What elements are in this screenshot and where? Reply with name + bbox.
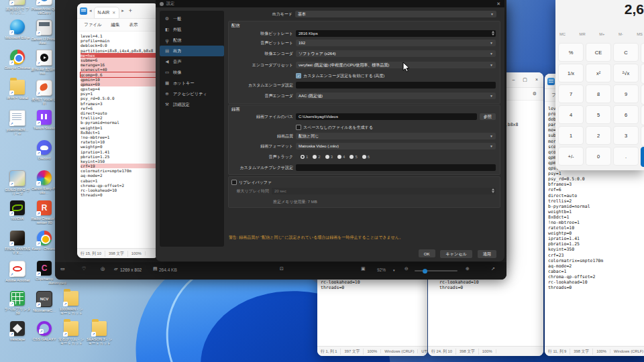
calc-key-7[interactable]: 7	[558, 84, 584, 103]
desktop-icon[interactable]: 1000MAN - ショートカット	[58, 291, 85, 315]
calc-key-1[interactable]: 1	[558, 126, 584, 145]
audio-encoder-select[interactable]: AAC (既定値) ▼	[296, 93, 496, 99]
sidebar-item-advanced[interactable]: ⚒詳細設定	[160, 99, 224, 110]
sidebar-item-broadcast[interactable]: ψ配信	[160, 35, 224, 46]
calc-key-.[interactable]: .	[613, 147, 639, 166]
output-mode-select[interactable]: 基本 ▼	[295, 11, 496, 17]
minus-button-partial[interactable]	[641, 84, 644, 105]
calc-key-3[interactable]: 3	[613, 126, 639, 145]
info-icon[interactable]: ◎	[101, 266, 105, 272]
desktop-icon[interactable]: 黒田洋介で ブリッジ…	[4, 0, 31, 15]
audio-track-radio-6[interactable]	[362, 155, 366, 159]
desktop-icon[interactable]: Canon IJ Printer Assi…	[31, 19, 58, 45]
gear-icon[interactable]: ⚙	[533, 91, 537, 97]
tab-n-air[interactable]: N-AIR ✕	[94, 7, 120, 19]
calc-key-+/-[interactable]: +/-	[558, 147, 584, 166]
plus-button-partial[interactable]	[641, 126, 644, 146]
desktop-icon[interactable]: CClipchamp	[31, 261, 58, 281]
equals-button-partial[interactable]	[641, 147, 644, 167]
desktop-icon[interactable]: Canon Easy-Photo…	[31, 170, 58, 194]
close-button[interactable]: ×	[535, 77, 538, 82]
calc-key-%[interactable]: %	[558, 43, 584, 62]
max-replay-time-input[interactable]: 20 sec	[272, 188, 496, 194]
custom-muxer-input[interactable]	[296, 164, 496, 171]
calc-key-²√x[interactable]: ²√x	[613, 64, 639, 82]
browse-button[interactable]: 参照	[480, 113, 496, 120]
memory-MC-button[interactable]: MC	[559, 32, 566, 36]
custom-encoder-settings-input[interactable]	[296, 82, 496, 88]
audio-track-radio-5[interactable]	[350, 155, 354, 159]
desktop-icon[interactable]: Microsoft Edge	[4, 19, 31, 40]
desktop-icon[interactable]: 新!N-Air 配信memo…	[31, 50, 58, 75]
audio-track-radio-3[interactable]	[325, 155, 329, 159]
multiply-button-partial[interactable]	[641, 64, 644, 84]
checkbox-unchecked-icon[interactable]	[296, 125, 301, 130]
memory-MS-button[interactable]: MS	[637, 32, 643, 36]
desktop-icon[interactable]: FINAL FANTASY X…	[4, 231, 31, 255]
desktop-icon[interactable]: Adobe Acrobat	[4, 261, 31, 282]
record-quality-select[interactable]: 配信と同じ ▼	[296, 133, 496, 139]
calc-key-C[interactable]: C	[613, 43, 639, 62]
fullscreen-icon[interactable]: ↗	[491, 266, 495, 272]
audio-track-radio-2[interactable]	[313, 155, 317, 159]
memory-M--button[interactable]: M-	[619, 32, 623, 36]
sidebar-item-audio[interactable]: ◀音声	[160, 56, 224, 67]
calc-key-9[interactable]: 9	[613, 84, 639, 103]
monitor-icon[interactable]: ▭	[60, 266, 65, 272]
audio-track-radio-1[interactable]	[301, 155, 305, 159]
spinner-arrows-icon[interactable]	[492, 31, 494, 36]
desktop-icon[interactable]: Keep - Chrome	[31, 231, 58, 251]
desktop-icon[interactable]: PosterArtist QuickCopy	[31, 0, 58, 15]
checkbox-unchecked-icon[interactable]	[231, 180, 237, 185]
calc-key-1/x[interactable]: 1/x	[558, 64, 584, 82]
cancel-button[interactable]: キャンセル	[440, 250, 472, 258]
calc-key-2[interactable]: 2	[586, 126, 611, 145]
maximize-button[interactable]: ▢	[523, 77, 527, 82]
audio-bitrate-select[interactable]: 192 ▼	[296, 40, 496, 46]
zoom-out-icon[interactable]: ⊖	[405, 266, 409, 272]
desktop-icon[interactable]: Inkscape	[4, 321, 31, 341]
desktop-icon[interactable]: 夜明け Vocal 以前	[31, 80, 58, 105]
desktop-icon[interactable]: yoakimachi… じゃ	[4, 110, 31, 135]
desktop-icon[interactable]: GUILD RPG ヴリーズ	[4, 170, 31, 196]
tab-scroll-left-icon[interactable]: ◂	[87, 8, 94, 13]
desktop-icon[interactable]: Google Chrome	[4, 50, 31, 70]
spinner-arrows-icon[interactable]	[492, 188, 494, 193]
calc-key-6[interactable]: 6	[613, 105, 639, 124]
encoder-preset-select[interactable]: veryfast (既定値) (中程度のCPU使用率、標準品質) ▼	[296, 62, 496, 68]
tab-close-icon[interactable]: ✕	[112, 10, 115, 15]
desktop-icon[interactable]: RRadio Creator Premier 80	[31, 200, 58, 225]
calc-key-8[interactable]: 8	[586, 84, 611, 103]
heart-icon[interactable]: ♡	[82, 266, 86, 272]
record-format-select[interactable]: Matroska Video (.mkv) ▼	[296, 143, 496, 149]
chevron-down-icon[interactable]: ▾	[393, 268, 395, 272]
sidebar-item-gear[interactable]: ⚙一般	[160, 13, 224, 24]
desktop-icon-label[interactable]: dummypoji	[48, 281, 79, 285]
desktop-icon[interactable]: Twitch Studio	[31, 110, 58, 130]
checkbox-checked-icon[interactable]: ✓	[296, 73, 301, 78]
sidebar-item-video[interactable]: ▭映像	[160, 67, 224, 78]
desktop-icon[interactable]: SEASON 3 - ショートカット	[86, 321, 113, 345]
video-encoder-select[interactable]: ソフトウェア (x264) ▼	[296, 50, 496, 57]
desktop-icon[interactable]: ラベルプリンタ 39	[4, 291, 31, 315]
new-tab-button[interactable]: +	[126, 7, 135, 14]
zoom-level[interactable]: 92%	[377, 267, 386, 272]
desktop-icon[interactable]: NVIDIA	[4, 200, 31, 221]
divide-button-partial[interactable]	[641, 43, 644, 63]
desktop-icon[interactable]: 夜明け Vocal	[4, 80, 31, 100]
text-editor-content[interactable]: level=4.1profile=maindeblock=0:0partitio…	[77, 32, 158, 247]
preview-icon[interactable]: ▣	[361, 266, 366, 272]
zoom-slider-handle[interactable]	[423, 269, 427, 274]
calc-key-x²[interactable]: x²	[586, 64, 611, 82]
sidebar-item-accessibility[interactable]: ⊕アクセシビリティ	[160, 88, 224, 99]
tab-scroll-right-icon[interactable]: ▸	[119, 8, 126, 13]
zoom-slider[interactable]	[415, 270, 458, 272]
video-bitrate-input[interactable]: 2816 Kbps	[296, 30, 496, 37]
desktop-icon[interactable]: Discord	[31, 140, 58, 160]
desktop-icon[interactable]: CSS GALAXY	[31, 321, 58, 341]
calc-key-4[interactable]: 4	[558, 105, 584, 124]
record-path-input[interactable]: C:\Users\kyagi\Videos	[296, 113, 477, 120]
memory-MR-button[interactable]: MR	[580, 32, 586, 36]
calc-key-CE[interactable]: CE	[586, 43, 611, 62]
apply-button[interactable]: 適用	[478, 250, 496, 258]
